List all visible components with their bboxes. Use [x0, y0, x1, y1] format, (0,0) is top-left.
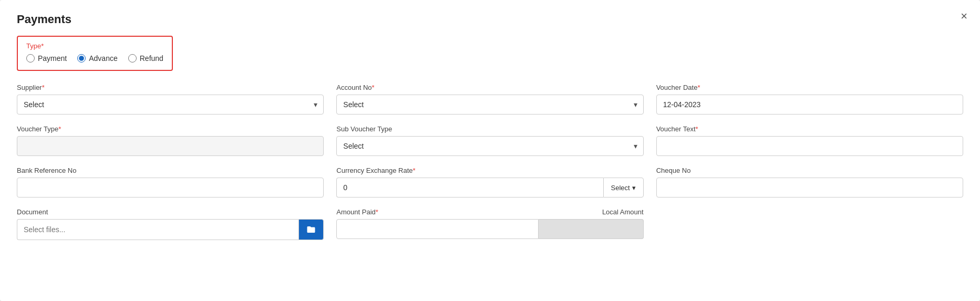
- radio-payment-label: Payment: [38, 54, 67, 63]
- form-grid: Supplier* Select Account No* Select Vouc…: [17, 84, 963, 240]
- bank-reference-label: Bank Reference No: [17, 167, 324, 174]
- cheque-no-label: Cheque No: [656, 167, 963, 174]
- currency-select-button[interactable]: Select ▾: [603, 178, 644, 198]
- empty-field: [656, 208, 963, 240]
- radio-advance[interactable]: Advance: [77, 54, 117, 63]
- account-no-label: Account No*: [336, 84, 643, 91]
- amount-row: [336, 219, 643, 239]
- radio-payment-input[interactable]: [26, 54, 35, 63]
- amount-paid-input[interactable]: [336, 219, 538, 239]
- account-no-field: Account No* Select: [336, 84, 643, 115]
- account-no-select-wrapper: Select: [336, 95, 643, 115]
- radio-refund[interactable]: Refund: [128, 54, 163, 63]
- sub-voucher-type-label: Sub Voucher Type: [336, 125, 643, 133]
- voucher-date-field: Voucher Date*: [656, 84, 963, 115]
- document-row: [17, 219, 324, 240]
- type-label: Type*: [26, 42, 163, 50]
- radio-refund-label: Refund: [140, 54, 163, 63]
- document-input[interactable]: [17, 219, 298, 240]
- currency-exchange-field: Currency Exchange Rate* Select ▾: [336, 167, 643, 198]
- sub-voucher-type-field: Sub Voucher Type Select: [336, 125, 643, 156]
- document-field: Document: [17, 208, 324, 240]
- file-browse-button[interactable]: [298, 219, 324, 240]
- supplier-label: Supplier*: [17, 84, 324, 91]
- supplier-select-wrapper: Select: [17, 95, 324, 115]
- radio-payment[interactable]: Payment: [26, 54, 67, 63]
- voucher-text-field: Voucher Text*: [656, 125, 963, 156]
- folder-icon: [306, 225, 316, 234]
- sub-voucher-type-select[interactable]: Select: [336, 136, 643, 156]
- modal-title: Payments: [17, 13, 963, 26]
- cheque-no-field: Cheque No: [656, 167, 963, 198]
- voucher-text-input[interactable]: [656, 136, 963, 156]
- radio-advance-input[interactable]: [77, 54, 86, 63]
- voucher-text-label: Voucher Text*: [656, 125, 963, 133]
- bank-reference-input[interactable]: [17, 178, 324, 198]
- local-amount-label: Local Amount: [602, 208, 644, 216]
- radio-refund-input[interactable]: [128, 54, 137, 63]
- radio-advance-label: Advance: [89, 54, 117, 63]
- account-no-select[interactable]: Select: [336, 95, 643, 115]
- voucher-date-input[interactable]: [656, 95, 963, 115]
- amount-paid-field: Amount Paid* Local Amount: [336, 208, 643, 240]
- payments-modal: Payments × Type* Payment Advance Refund: [0, 0, 980, 301]
- voucher-date-label: Voucher Date*: [656, 84, 963, 91]
- voucher-type-input: [17, 136, 324, 156]
- sub-voucher-type-select-wrapper: Select: [336, 136, 643, 156]
- type-section: Type* Payment Advance Refund: [17, 36, 173, 71]
- radio-group: Payment Advance Refund: [26, 54, 163, 63]
- close-button[interactable]: ×: [961, 9, 967, 23]
- currency-exchange-row: Select ▾: [336, 178, 643, 198]
- cheque-no-input[interactable]: [656, 178, 963, 198]
- document-label: Document: [17, 208, 324, 216]
- amount-labels: Amount Paid* Local Amount: [336, 208, 643, 216]
- currency-select-chevron-icon: ▾: [632, 184, 636, 192]
- supplier-select[interactable]: Select: [17, 95, 324, 115]
- currency-exchange-label: Currency Exchange Rate*: [336, 167, 643, 174]
- currency-exchange-input[interactable]: [336, 178, 603, 198]
- local-amount-box: [539, 219, 644, 239]
- bank-reference-field: Bank Reference No: [17, 167, 324, 198]
- amount-paid-label: Amount Paid*: [336, 208, 378, 216]
- voucher-type-label: Voucher Type*: [17, 125, 324, 133]
- voucher-type-field: Voucher Type*: [17, 125, 324, 156]
- currency-select-label: Select: [611, 184, 630, 192]
- supplier-field: Supplier* Select: [17, 84, 324, 115]
